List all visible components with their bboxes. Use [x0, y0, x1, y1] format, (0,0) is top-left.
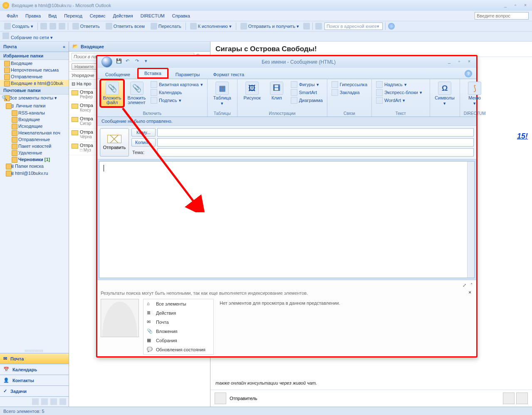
- navbtn-calendar[interactable]: 📅Календарь: [0, 364, 69, 375]
- pmenu-actions[interactable]: ≣Действия: [144, 308, 213, 318]
- compose-body[interactable]: [99, 161, 475, 278]
- help-icon[interactable]: [388, 23, 395, 30]
- send-receive-button[interactable]: Отправить и получить ▾: [239, 22, 301, 30]
- tree-outbox[interactable]: Исходящие: [7, 123, 69, 129]
- tree-account[interactable]: ⊞ html@10bukv.ru: [2, 170, 69, 177]
- calendar-button[interactable]: Календарь: [150, 89, 204, 96]
- tree-personal-folders[interactable]: ⊟ Личные папки: [2, 102, 69, 109]
- compose-maximize-button[interactable]: ▫: [455, 59, 464, 65]
- signature-button[interactable]: Подпись ▾: [150, 97, 204, 104]
- tree-sent[interactable]: Отправленные: [7, 136, 69, 143]
- picture-button[interactable]: 🖼Рисунок: [241, 80, 264, 104]
- hint-button[interactable]: Нажмите: [72, 63, 97, 70]
- nav-configure-icon[interactable]: [59, 398, 66, 405]
- compose-minimize-button[interactable]: _: [445, 59, 454, 65]
- navbtn-mail[interactable]: ✉Почта: [0, 353, 69, 364]
- compose-close-button[interactable]: ×: [465, 59, 474, 65]
- smartart-button[interactable]: SmartArt: [290, 89, 324, 96]
- send-button[interactable]: Отправить: [100, 128, 129, 157]
- ribbon-help-icon[interactable]: ?: [465, 70, 472, 77]
- follow-up-button[interactable]: К исполнению ▾: [188, 22, 233, 30]
- textbox-button[interactable]: Надпись ▾: [375, 81, 423, 88]
- chart-button[interactable]: Диаграмма: [290, 97, 324, 104]
- directum-menu-button[interactable]: ⟆Меню ▾: [463, 80, 486, 107]
- tree-rss[interactable]: RSS-каналы: [7, 109, 69, 116]
- body-scrollbar[interactable]: [467, 162, 474, 278]
- tab-format-text[interactable]: Формат текста: [207, 70, 250, 79]
- tree-drafts[interactable]: Черновики [1]: [7, 156, 69, 163]
- to-button[interactable]: Кому...: [131, 128, 156, 137]
- subject-field[interactable]: [157, 148, 474, 157]
- qat-more-icon[interactable]: ▾: [145, 58, 152, 66]
- attach-item-button[interactable]: 📎 Вложить элемент: [125, 80, 148, 107]
- cc-button[interactable]: Копия...: [131, 138, 156, 147]
- menu-edit[interactable]: Правка: [22, 12, 44, 20]
- tab-message[interactable]: Сообщение: [99, 70, 136, 79]
- menu-view[interactable]: Вид: [45, 12, 60, 20]
- shortcuts-icon[interactable]: [50, 398, 57, 405]
- folder-list-icon[interactable]: [41, 398, 48, 405]
- menu-file[interactable]: Файл: [3, 12, 21, 20]
- qat-redo-icon[interactable]: ↷: [135, 58, 143, 66]
- nav-collapse-icon[interactable]: «: [63, 44, 65, 49]
- forward-button[interactable]: Переслать: [149, 22, 183, 30]
- fav-unread[interactable]: Непрочтенные письма: [0, 67, 69, 73]
- clipart-button[interactable]: 🎞Клип: [265, 80, 288, 104]
- symbols-button[interactable]: ΩСимволы ▾: [433, 80, 456, 107]
- hyperlink-button[interactable]: Гиперссылка: [331, 81, 368, 88]
- office-button[interactable]: [100, 56, 114, 68]
- maximize-button[interactable]: ▫: [511, 2, 520, 8]
- menu-directum[interactable]: DIRECTUM: [137, 12, 168, 20]
- people-expand-icon[interactable]: ⤢: [463, 283, 466, 288]
- qat-save-icon[interactable]: 💾: [116, 58, 124, 66]
- rules-icon[interactable]: [303, 23, 310, 30]
- fav-account-inbox[interactable]: Входящие в html@10buk: [0, 80, 69, 87]
- favorites-header[interactable]: Избранные папки: [0, 52, 69, 60]
- fav-inbox[interactable]: Входящие: [0, 60, 69, 67]
- tree-news[interactable]: Пакет новостей: [7, 143, 69, 149]
- nav-grip[interactable]: [25, 350, 44, 352]
- note-close-icon[interactable]: ×: [469, 290, 471, 295]
- navbtn-contacts[interactable]: 👤Контакты: [0, 375, 69, 385]
- cc-field[interactable]: [157, 138, 474, 147]
- pmenu-all[interactable]: ⌂Все элементы: [144, 299, 213, 308]
- tree-deleted[interactable]: Удаленные: [7, 149, 69, 156]
- business-card-button[interactable]: Визитная карточка ▾: [150, 81, 204, 88]
- close-button[interactable]: ×: [521, 2, 530, 8]
- help-question-input[interactable]: [475, 12, 529, 20]
- body-fragment-link[interactable]: 15!: [517, 132, 528, 141]
- compose-titlebar[interactable]: 💾 ↶ ↷ ▾ Без имени - Сообщение (HTML) _ ▫…: [97, 56, 476, 68]
- print-icon[interactable]: [40, 23, 47, 30]
- minimize-button[interactable]: _: [501, 2, 510, 8]
- pmenu-attachments[interactable]: 📎Вложения: [144, 327, 213, 336]
- qat-undo-icon[interactable]: ↶: [126, 58, 133, 66]
- all-mail-items[interactable]: 🔍Все элементы почты ▾: [0, 94, 69, 102]
- attach-file-button[interactable]: 📎 Вложить файл: [101, 80, 124, 107]
- tab-insert[interactable]: Вставка: [137, 68, 168, 79]
- quickparts-button[interactable]: Экспресс-блоки ▾: [375, 89, 423, 96]
- online-meeting-button[interactable]: Собрание по сети ▾: [2, 32, 53, 40]
- pmenu-updates[interactable]: 💬Обновления состояния: [144, 345, 213, 354]
- create-button[interactable]: Создать ▾: [2, 22, 35, 30]
- delete-icon[interactable]: [59, 23, 65, 30]
- wordart-button[interactable]: WordArt ▾: [375, 97, 423, 104]
- menu-help[interactable]: Справка: [169, 12, 193, 20]
- tab-options[interactable]: Параметры: [169, 70, 206, 79]
- addressbook-icon[interactable]: [315, 23, 322, 30]
- menu-go[interactable]: Переход: [61, 12, 86, 20]
- menu-tools[interactable]: Сервис: [87, 12, 109, 20]
- reply-all-button[interactable]: Ответить всем: [104, 22, 146, 30]
- reply-button[interactable]: Ответить: [71, 22, 101, 30]
- to-field[interactable]: [157, 128, 474, 137]
- shapes-button[interactable]: Фигуры ▾: [290, 81, 324, 88]
- tree-inbox[interactable]: Входящие: [7, 116, 69, 123]
- addressbook-search[interactable]: Поиск в адресной книге ▾: [324, 22, 383, 30]
- tree-search-folders[interactable]: ⊞ Папки поиска: [2, 163, 69, 170]
- tree-junk[interactable]: Нежелательная поч: [7, 129, 69, 136]
- pmenu-mail[interactable]: ✉Почта: [144, 318, 213, 327]
- move-icon[interactable]: [49, 23, 56, 30]
- bookmark-button[interactable]: Закладка: [331, 89, 368, 96]
- mail-folders-header[interactable]: Почтовые папки: [0, 87, 69, 94]
- menu-actions[interactable]: Действия: [110, 12, 136, 20]
- fav-sent[interactable]: Отправленные: [0, 73, 69, 80]
